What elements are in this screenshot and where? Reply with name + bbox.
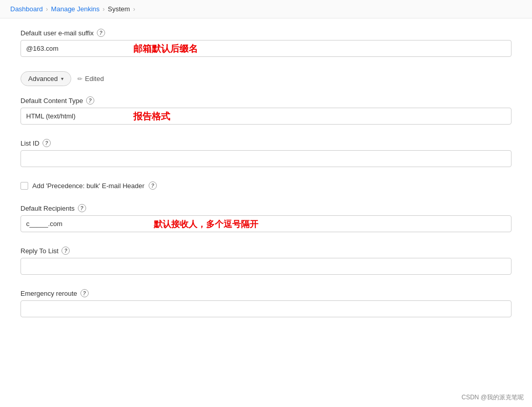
email-suffix-input[interactable] bbox=[21, 40, 511, 57]
precedence-checkbox-row: Add 'Precedence: bulk' E-mail Header ? bbox=[21, 181, 511, 190]
breadcrumb-sep-3: › bbox=[133, 6, 135, 13]
precedence-checkbox[interactable] bbox=[21, 182, 28, 190]
pencil-icon: ✏ bbox=[77, 75, 83, 83]
edited-label: ✏ Edited bbox=[77, 75, 104, 83]
precedence-section: Add 'Precedence: bulk' E-mail Header ? bbox=[21, 181, 511, 190]
precedence-checkbox-label: Add 'Precedence: bulk' E-mail Header bbox=[32, 182, 145, 190]
reply-to-list-label: Reply To List ? bbox=[21, 247, 511, 255]
default-recipients-input[interactable] bbox=[21, 215, 511, 232]
advanced-button-label: Advanced bbox=[28, 75, 58, 83]
advanced-button[interactable]: Advanced ▾ bbox=[21, 71, 71, 86]
list-id-input[interactable] bbox=[21, 150, 511, 167]
email-suffix-input-wrapper: 邮箱默认后缀名 bbox=[21, 40, 511, 57]
list-id-section: List ID ? bbox=[21, 139, 511, 167]
list-id-help-icon[interactable]: ? bbox=[43, 139, 51, 147]
content-type-label: Default Content Type ? bbox=[21, 96, 511, 105]
breadcrumb-sep-1: › bbox=[46, 6, 48, 13]
emergency-reroute-input-wrapper bbox=[21, 300, 511, 317]
main-content: Default user e-mail suffix ? 邮箱默认后缀名 Adv… bbox=[0, 18, 532, 342]
advanced-row: Advanced ▾ ✏ Edited bbox=[21, 71, 511, 86]
breadcrumb-dashboard[interactable]: Dashboard bbox=[10, 5, 43, 13]
content-type-help-icon[interactable]: ? bbox=[86, 96, 94, 105]
default-recipients-input-wrapper: 默认接收人，多个逗号隔开 bbox=[21, 215, 511, 232]
default-recipients-help-icon[interactable]: ? bbox=[78, 204, 86, 212]
breadcrumb-manage-jenkins[interactable]: Manage Jenkins bbox=[51, 5, 100, 13]
emergency-reroute-section: Emergency reroute ? bbox=[21, 289, 511, 317]
breadcrumb-sep-2: › bbox=[103, 6, 105, 13]
email-suffix-help-icon[interactable]: ? bbox=[97, 29, 105, 37]
email-suffix-label: Default user e-mail suffix ? bbox=[21, 29, 511, 37]
reply-to-list-section: Reply To List ? bbox=[21, 247, 511, 275]
reply-to-list-help-icon[interactable]: ? bbox=[62, 247, 70, 255]
list-id-label: List ID ? bbox=[21, 139, 511, 147]
breadcrumb-system: System bbox=[108, 5, 130, 13]
default-recipients-label: Default Recipients ? bbox=[21, 204, 511, 212]
content-type-section: Default Content Type ? 报告格式 bbox=[21, 96, 511, 125]
email-suffix-section: Default user e-mail suffix ? 邮箱默认后缀名 bbox=[21, 29, 511, 57]
reply-to-list-input[interactable] bbox=[21, 258, 511, 275]
precedence-help-icon[interactable]: ? bbox=[149, 181, 157, 190]
emergency-reroute-input[interactable] bbox=[21, 300, 511, 317]
default-recipients-section: Default Recipients ? 默认接收人，多个逗号隔开 bbox=[21, 204, 511, 232]
content-type-input-wrapper: 报告格式 bbox=[21, 108, 511, 125]
emergency-reroute-help-icon[interactable]: ? bbox=[80, 289, 89, 297]
list-id-input-wrapper bbox=[21, 150, 511, 167]
reply-to-list-input-wrapper bbox=[21, 258, 511, 275]
chevron-down-icon: ▾ bbox=[61, 76, 64, 82]
content-type-input[interactable] bbox=[21, 108, 511, 125]
emergency-reroute-label: Emergency reroute ? bbox=[21, 289, 511, 297]
breadcrumb: Dashboard › Manage Jenkins › System › bbox=[0, 0, 532, 18]
